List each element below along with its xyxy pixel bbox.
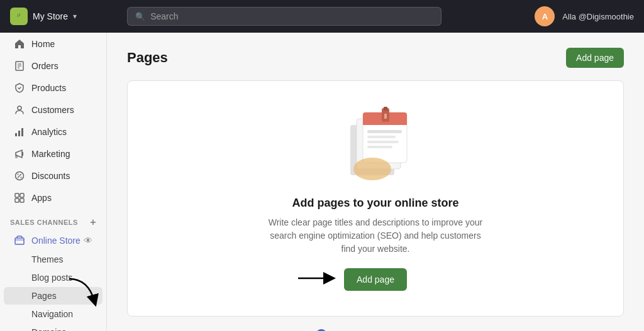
orders-icon xyxy=(14,60,25,72)
sidebar-item-home[interactable]: Home xyxy=(4,33,103,55)
add-page-button-center[interactable]: Add page xyxy=(344,268,407,291)
svg-rect-15 xyxy=(20,193,24,197)
sidebar-label-apps: Apps xyxy=(31,193,52,203)
main-layout: Home Orders Products Customers Analytics xyxy=(0,33,644,331)
store-logo[interactable]: My Store ▾ xyxy=(10,8,77,25)
svg-point-13 xyxy=(21,177,22,178)
sidebar-sub-navigation[interactable]: Navigation xyxy=(4,305,103,323)
pages-wrapper: Pages xyxy=(0,287,106,305)
svg-rect-6 xyxy=(18,131,20,136)
search-box[interactable]: 🔍 xyxy=(127,7,441,26)
store-name: My Store xyxy=(33,11,68,21)
add-page-btn-wrapper: Add page xyxy=(344,268,407,291)
home-icon xyxy=(14,38,25,50)
sidebar-label-marketing: Marketing xyxy=(31,149,70,159)
sidebar-item-apps[interactable]: Apps xyxy=(4,187,103,209)
sidebar-label-customers: Customers xyxy=(31,105,74,115)
arrow-to-add-button xyxy=(295,269,339,290)
svg-rect-30 xyxy=(367,136,396,138)
search-container: 🔍 xyxy=(127,7,441,26)
search-icon: 🔍 xyxy=(135,12,145,21)
user-name: Alla @Digismoothie xyxy=(562,12,634,21)
sidebar-item-customers[interactable]: Customers xyxy=(4,99,103,121)
svg-rect-14 xyxy=(15,193,19,197)
store-dropdown-icon: ▾ xyxy=(73,12,77,21)
svg-rect-29 xyxy=(367,130,402,133)
add-page-button-top[interactable]: Add page xyxy=(566,48,624,68)
svg-rect-17 xyxy=(20,198,24,202)
add-channel-button[interactable]: + xyxy=(90,217,96,228)
sidebar-sub-domains[interactable]: Domains xyxy=(4,323,103,331)
main-content: Pages Add page xyxy=(107,33,644,331)
themes-label: Themes xyxy=(31,254,64,264)
empty-state-title: Add pages to your online store xyxy=(292,197,458,210)
pages-label: Pages xyxy=(31,291,57,301)
shopify-icon xyxy=(10,8,28,25)
products-icon xyxy=(14,82,25,94)
sidebar-item-online-store[interactable]: Online Store 👁 xyxy=(4,231,103,250)
discounts-icon xyxy=(14,170,25,182)
empty-state-card: Add pages to your online store Write cle… xyxy=(127,80,624,317)
sidebar-sub-themes[interactable]: Themes xyxy=(4,251,103,268)
blog-posts-label: Blog posts xyxy=(31,273,72,283)
svg-rect-32 xyxy=(367,146,392,148)
sidebar-label-analytics: Analytics xyxy=(31,127,67,137)
sidebar-item-marketing[interactable]: Marketing xyxy=(4,143,103,165)
navigation-label: Navigation xyxy=(31,309,73,319)
svg-rect-8 xyxy=(22,152,23,156)
svg-rect-27 xyxy=(384,107,387,111)
online-store-label: Online Store xyxy=(31,236,80,246)
svg-rect-28 xyxy=(384,114,387,119)
avatar[interactable]: A xyxy=(535,6,555,26)
sidebar: Home Orders Products Customers Analytics xyxy=(0,33,107,331)
customers-icon xyxy=(14,104,25,116)
svg-rect-16 xyxy=(15,198,19,202)
header-right: A Alla @Digismoothie xyxy=(535,6,634,26)
channels-section-label: SALES CHANNELS + xyxy=(0,209,106,231)
svg-rect-18 xyxy=(15,238,24,244)
page-title: Pages xyxy=(127,50,168,66)
search-input[interactable] xyxy=(150,11,433,21)
domains-label: Domains xyxy=(31,327,66,331)
page-header: Pages Add page xyxy=(127,48,624,68)
sidebar-item-products[interactable]: Products xyxy=(4,77,103,99)
svg-point-12 xyxy=(18,174,19,175)
svg-rect-5 xyxy=(15,133,17,136)
sidebar-label-home: Home xyxy=(31,39,55,49)
sidebar-label-orders: Orders xyxy=(31,61,58,71)
svg-point-33 xyxy=(353,158,391,180)
sidebar-item-discounts[interactable]: Discounts xyxy=(4,165,103,187)
sidebar-sub-blog-posts[interactable]: Blog posts xyxy=(4,269,103,286)
marketing-icon xyxy=(14,148,25,160)
page-illustration xyxy=(338,106,413,182)
sidebar-item-orders[interactable]: Orders xyxy=(4,55,103,77)
sidebar-label-discounts: Discounts xyxy=(31,171,70,181)
app-header: My Store ▾ 🔍 A Alla @Digismoothie xyxy=(0,0,644,33)
sidebar-sub-pages[interactable]: Pages xyxy=(4,287,103,305)
eye-icon[interactable]: 👁 xyxy=(84,236,92,246)
channels-label: SALES CHANNELS xyxy=(10,219,78,226)
empty-state-description: Write clear page titles and descriptions… xyxy=(262,216,489,256)
analytics-icon xyxy=(14,126,25,138)
sidebar-label-products: Products xyxy=(31,83,66,93)
online-store-icon xyxy=(14,235,25,246)
apps-icon xyxy=(14,192,25,203)
svg-rect-31 xyxy=(367,141,399,143)
sidebar-item-analytics[interactable]: Analytics xyxy=(4,121,103,143)
svg-rect-7 xyxy=(21,128,23,136)
svg-point-4 xyxy=(18,106,21,110)
online-store-left: Online Store xyxy=(14,235,80,246)
